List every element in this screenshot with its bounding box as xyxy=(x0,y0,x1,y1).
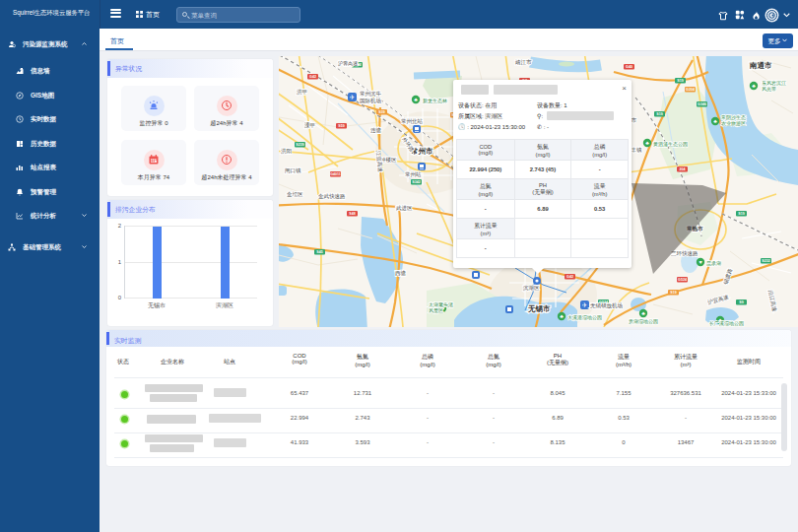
svg-text:黄泗浦生态公园: 黄泗浦生态公园 xyxy=(653,141,688,148)
svg-text:金武快速路: 金武快速路 xyxy=(318,193,346,199)
svg-text:南通市: 南通市 xyxy=(749,61,772,70)
svg-text:农业旅游区: 农业旅游区 xyxy=(721,120,746,127)
svg-text:♥: ♥ xyxy=(698,259,701,265)
svg-text:沪蓉高速: 沪蓉高速 xyxy=(338,60,358,67)
svg-text:G524: G524 xyxy=(678,278,687,282)
svg-text:三环快速路: 三环快速路 xyxy=(671,250,698,256)
svg-text:S59: S59 xyxy=(338,124,344,128)
svg-text:✈: ✈ xyxy=(582,301,588,308)
svg-text:常州滨牛: 常州滨牛 xyxy=(360,91,382,98)
svg-text:S45: S45 xyxy=(316,250,322,254)
svg-text:G4011: G4011 xyxy=(330,172,341,176)
svg-text:武进区: 武进区 xyxy=(396,205,413,212)
svg-text:新龙生态林: 新龙生态林 xyxy=(423,98,447,103)
svg-text:S342: S342 xyxy=(412,180,420,184)
svg-text:S19: S19 xyxy=(670,291,676,295)
svg-text:风景区: 风景区 xyxy=(429,307,443,313)
svg-text:S239: S239 xyxy=(296,143,303,147)
svg-text:大溪港湿地公园: 大溪港湿地公园 xyxy=(567,314,602,321)
svg-text:S232: S232 xyxy=(762,259,769,263)
svg-text:常州北站: 常州北站 xyxy=(401,118,424,125)
svg-text:G204: G204 xyxy=(686,88,695,92)
svg-text:♣: ♣ xyxy=(645,140,649,146)
svg-text:S48: S48 xyxy=(349,212,355,216)
svg-text:S19: S19 xyxy=(656,112,662,116)
svg-text:西塘: 西塘 xyxy=(395,270,407,277)
svg-text:滨湖区: 滨湖区 xyxy=(523,285,540,292)
svg-text:♣: ♣ xyxy=(560,313,564,319)
svg-text:风光带: 风光带 xyxy=(762,86,776,93)
svg-text:S39: S39 xyxy=(378,110,384,114)
svg-text:昆承湖: 昆承湖 xyxy=(706,260,721,267)
svg-text:S9: S9 xyxy=(739,300,743,304)
svg-text:长广溪湿地公园: 长广溪湿地公园 xyxy=(709,320,744,327)
svg-text:G346: G346 xyxy=(698,102,706,106)
svg-text:连塘: 连塘 xyxy=(370,127,382,134)
svg-text:金坛区: 金坛区 xyxy=(287,191,303,197)
svg-text:♣: ♣ xyxy=(713,118,717,124)
svg-text:无锡市: 无锡市 xyxy=(527,304,551,313)
svg-text:靖江市: 靖江市 xyxy=(515,59,532,66)
svg-text:G40: G40 xyxy=(626,65,632,69)
svg-text:S19: S19 xyxy=(738,212,744,216)
svg-text:✈: ✈ xyxy=(350,94,356,100)
svg-text:常州站: 常州站 xyxy=(405,171,422,177)
svg-text:♣: ♣ xyxy=(641,310,645,316)
svg-text:洪阳: 洪阳 xyxy=(281,148,292,155)
svg-text:贵湖湿地公园: 贵湖湿地公园 xyxy=(629,318,658,325)
svg-text:♣: ♣ xyxy=(414,97,418,102)
svg-text:♣: ♣ xyxy=(752,83,756,89)
svg-text:S19: S19 xyxy=(677,79,683,83)
svg-text:闸口镇: 闸口镇 xyxy=(285,167,301,174)
svg-text:G42: G42 xyxy=(566,275,573,279)
svg-text:国际机场: 国际机场 xyxy=(360,98,381,104)
svg-text:G42: G42 xyxy=(309,75,316,79)
svg-text:204: 204 xyxy=(680,167,686,171)
svg-text:无锡硕放机场: 无锡硕放机场 xyxy=(590,302,623,309)
svg-text:溧甲: 溧甲 xyxy=(304,121,315,129)
svg-text:洪甲: 洪甲 xyxy=(297,89,307,96)
